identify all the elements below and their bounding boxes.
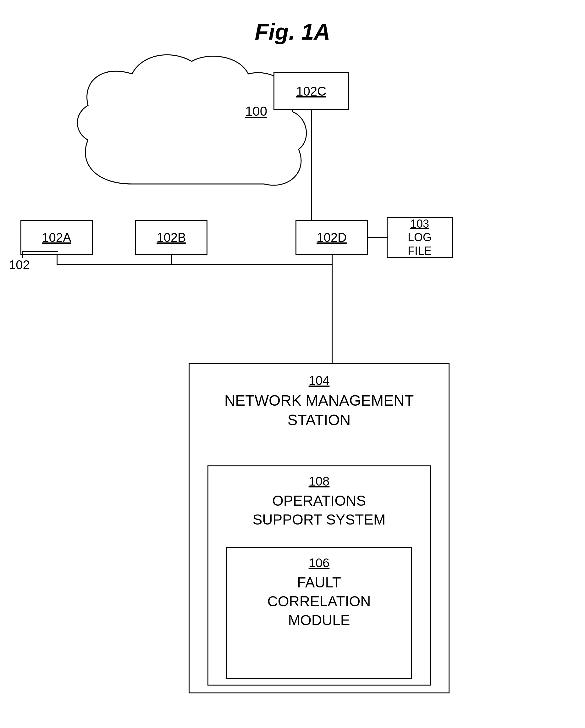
box-fcm: 106 FAULT CORRELATION MODULE	[226, 547, 412, 679]
horizontal-bus	[57, 264, 331, 265]
bracket-horiz	[22, 251, 58, 252]
label-102A: 102A	[42, 231, 71, 245]
log-file-text: LOGFILE	[408, 231, 432, 258]
hline-to-log	[368, 237, 388, 238]
label-102B: 102B	[157, 231, 186, 245]
label-103: 103	[410, 217, 429, 231]
label-102C: 102C	[296, 84, 326, 99]
box-102C: 102C	[273, 72, 349, 110]
box-log-file: 103 LOGFILE	[387, 217, 453, 258]
box-102A: 102A	[21, 220, 93, 255]
fcm-title: FAULT CORRELATION MODULE	[227, 573, 411, 629]
box-102D: 102D	[295, 220, 368, 255]
nms-title: NETWORK MANAGEMENT STATION	[190, 391, 449, 430]
label-104: 104	[190, 373, 449, 388]
oss-title: OPERATIONS SUPPORT SYSTEM	[208, 492, 430, 529]
bracket-vert	[22, 251, 23, 258]
cloud-shape	[69, 49, 327, 203]
label-100: 100	[245, 104, 267, 119]
vline-102D-up	[331, 255, 333, 265]
vline-102B	[171, 255, 172, 265]
vline-to-nms	[331, 265, 333, 364]
box-102B: 102B	[135, 220, 208, 255]
label-108: 108	[208, 474, 430, 488]
label-102: 102	[9, 258, 30, 272]
figure-title: Fig. 1A	[255, 19, 330, 45]
vline-102C-to-bus	[311, 110, 312, 222]
vline-102A	[57, 255, 57, 265]
label-106: 106	[227, 556, 411, 570]
label-102D: 102D	[317, 231, 347, 245]
